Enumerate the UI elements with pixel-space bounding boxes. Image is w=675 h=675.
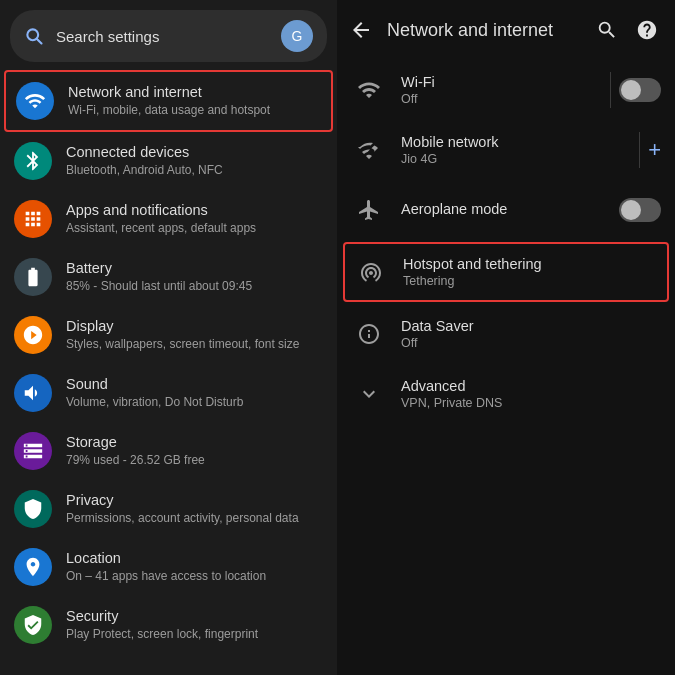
settings-item-location[interactable]: Location On – 41 apps have access to loc… bbox=[0, 538, 337, 596]
storage-icon-circle bbox=[14, 432, 52, 470]
connected-item-title: Connected devices bbox=[66, 144, 323, 161]
advanced-subtitle: VPN, Private DNS bbox=[401, 396, 661, 410]
battery-icon bbox=[22, 266, 44, 288]
apps-item-text: Apps and notifications Assistant, recent… bbox=[66, 202, 323, 237]
network-item-wifi[interactable]: Wi-Fi Off bbox=[337, 60, 675, 120]
mobile-plus-icon[interactable]: + bbox=[648, 137, 661, 163]
apps-item-title: Apps and notifications bbox=[66, 202, 323, 219]
display-icon-circle bbox=[14, 316, 52, 354]
battery-item-subtitle: 85% - Should last until about 09:45 bbox=[66, 279, 323, 295]
settings-item-sound[interactable]: Sound Volume, vibration, Do Not Disturb bbox=[0, 364, 337, 422]
network-item-advanced[interactable]: Advanced VPN, Private DNS bbox=[337, 364, 675, 424]
back-button[interactable] bbox=[345, 14, 377, 46]
signal-icon-svg bbox=[357, 138, 381, 162]
advanced-network-icon bbox=[351, 376, 387, 412]
advanced-title: Advanced bbox=[401, 378, 661, 394]
settings-item-network[interactable]: Network and internet Wi-Fi, mobile, data… bbox=[4, 70, 333, 132]
right-panel-header: Network and internet bbox=[337, 0, 675, 60]
wifi-divider bbox=[610, 72, 611, 108]
connected-icon-circle bbox=[14, 142, 52, 180]
apps-item-subtitle: Assistant, recent apps, default apps bbox=[66, 221, 323, 237]
network-icon-circle bbox=[16, 82, 54, 120]
privacy-icon bbox=[22, 498, 44, 520]
display-item-title: Display bbox=[66, 318, 323, 335]
wifi-title: Wi-Fi bbox=[401, 74, 596, 90]
settings-item-security[interactable]: Security Play Protect, screen lock, fing… bbox=[0, 596, 337, 654]
network-item-text: Network and internet Wi-Fi, mobile, data… bbox=[68, 84, 321, 119]
mobile-title: Mobile network bbox=[401, 134, 625, 150]
header-icons-group bbox=[591, 14, 663, 46]
storage-icon bbox=[22, 440, 44, 462]
search-button[interactable] bbox=[591, 14, 623, 46]
location-item-title: Location bbox=[66, 550, 323, 567]
search-icon bbox=[24, 26, 44, 46]
back-arrow-icon bbox=[349, 18, 373, 42]
mobile-subtitle: Jio 4G bbox=[401, 152, 625, 166]
storage-item-subtitle: 79% used - 26.52 GB free bbox=[66, 453, 323, 469]
display-icon bbox=[22, 324, 44, 346]
svg-line-1 bbox=[37, 39, 42, 44]
search-icon-right bbox=[596, 19, 618, 41]
network-settings-list: Wi-Fi Off Mobile network Jio 4G + bbox=[337, 60, 675, 675]
sound-icon bbox=[22, 382, 44, 404]
network-item-hotspot[interactable]: Hotspot and tethering Tethering bbox=[343, 242, 669, 302]
sound-item-subtitle: Volume, vibration, Do Not Disturb bbox=[66, 395, 323, 411]
wifi-toggle[interactable] bbox=[619, 78, 661, 102]
aeroplane-toggle[interactable] bbox=[619, 198, 661, 222]
datasaver-icon-svg bbox=[357, 322, 381, 346]
help-button[interactable] bbox=[631, 14, 663, 46]
network-item-title: Network and internet bbox=[68, 84, 321, 101]
battery-icon-circle bbox=[14, 258, 52, 296]
location-icon bbox=[22, 556, 44, 578]
settings-item-connected[interactable]: Connected devices Bluetooth, Android Aut… bbox=[0, 132, 337, 190]
network-detail-panel: Network and internet Wi-Fi bbox=[337, 0, 675, 675]
storage-item-title: Storage bbox=[66, 434, 323, 451]
mobile-controls: + bbox=[639, 132, 661, 168]
settings-item-battery[interactable]: Battery 85% - Should last until about 09… bbox=[0, 248, 337, 306]
wifi-subtitle: Off bbox=[401, 92, 596, 106]
hotspot-icon-svg bbox=[359, 260, 383, 284]
display-item-text: Display Styles, wallpapers, screen timeo… bbox=[66, 318, 323, 353]
bluetooth-icon bbox=[22, 150, 44, 172]
security-item-title: Security bbox=[66, 608, 323, 625]
security-item-text: Security Play Protect, screen lock, fing… bbox=[66, 608, 323, 643]
security-icon bbox=[22, 614, 44, 636]
datasaver-network-icon bbox=[351, 316, 387, 352]
hotspot-title: Hotspot and tethering bbox=[403, 256, 659, 272]
location-icon-circle bbox=[14, 548, 52, 586]
aeroplane-controls bbox=[619, 198, 661, 222]
advanced-text: Advanced VPN, Private DNS bbox=[401, 378, 661, 410]
aeroplane-network-icon bbox=[351, 192, 387, 228]
battery-item-title: Battery bbox=[66, 260, 323, 277]
mobile-divider bbox=[639, 132, 640, 168]
settings-item-privacy[interactable]: Privacy Permissions, account activity, p… bbox=[0, 480, 337, 538]
search-bar[interactable]: Search settings G bbox=[10, 10, 327, 62]
settings-item-display[interactable]: Display Styles, wallpapers, screen timeo… bbox=[0, 306, 337, 364]
network-item-datasaver[interactable]: Data Saver Off bbox=[337, 304, 675, 364]
wifi-icon-svg bbox=[357, 78, 381, 102]
datasaver-subtitle: Off bbox=[401, 336, 661, 350]
datasaver-text: Data Saver Off bbox=[401, 318, 661, 350]
wifi-text: Wi-Fi Off bbox=[401, 74, 596, 106]
help-icon bbox=[636, 19, 658, 41]
hotspot-network-icon bbox=[353, 254, 389, 290]
datasaver-title: Data Saver bbox=[401, 318, 661, 334]
connected-item-subtitle: Bluetooth, Android Auto, NFC bbox=[66, 163, 323, 179]
network-item-mobile[interactable]: Mobile network Jio 4G + bbox=[337, 120, 675, 180]
hotspot-subtitle: Tethering bbox=[403, 274, 659, 288]
settings-item-apps[interactable]: Apps and notifications Assistant, recent… bbox=[0, 190, 337, 248]
apps-icon-circle bbox=[14, 200, 52, 238]
network-item-aeroplane[interactable]: Aeroplane mode bbox=[337, 180, 675, 240]
storage-item-text: Storage 79% used - 26.52 GB free bbox=[66, 434, 323, 469]
mobile-network-icon bbox=[351, 132, 387, 168]
network-item-subtitle: Wi-Fi, mobile, data usage and hotspot bbox=[68, 103, 321, 119]
sound-icon-circle bbox=[14, 374, 52, 412]
aeroplane-title: Aeroplane mode bbox=[401, 201, 605, 217]
avatar[interactable]: G bbox=[281, 20, 313, 52]
battery-item-text: Battery 85% - Should last until about 09… bbox=[66, 260, 323, 295]
settings-list-panel: Search settings G Network and internet W… bbox=[0, 0, 337, 675]
security-icon-circle bbox=[14, 606, 52, 644]
connected-item-text: Connected devices Bluetooth, Android Aut… bbox=[66, 144, 323, 179]
search-input[interactable]: Search settings bbox=[56, 28, 269, 45]
settings-item-storage[interactable]: Storage 79% used - 26.52 GB free bbox=[0, 422, 337, 480]
